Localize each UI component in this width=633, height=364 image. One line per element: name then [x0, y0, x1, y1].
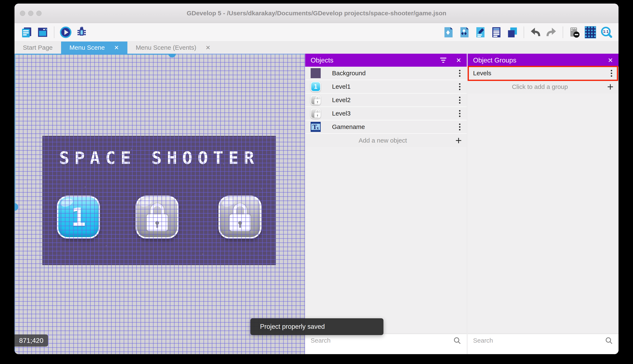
tab-bar: Start Page Menu Scene ✕ Menu Scene (Even…: [15, 42, 618, 54]
gdevelop-window: GDevelop 5 - /Users/dkarakay/Documents/G…: [15, 4, 618, 354]
window-title: GDevelop 5 - /Users/dkarakay/Documents/G…: [187, 10, 446, 17]
svg-text:1:1: 1:1: [603, 30, 608, 34]
objects-search-input[interactable]: [311, 337, 453, 344]
tab-label: Start Page: [23, 44, 53, 51]
window-mask-icon[interactable]: [568, 26, 581, 39]
grid-icon[interactable]: [584, 26, 597, 39]
level2-thumbnail: [311, 95, 321, 105]
object-row-level1[interactable]: 1 Level1: [305, 80, 467, 94]
object-row-background[interactable]: Background: [305, 67, 467, 80]
panel-footer: [468, 347, 618, 354]
row-menu-icon[interactable]: [458, 68, 462, 78]
titlebar: GDevelop 5 - /Users/dkarakay/Documents/G…: [15, 4, 618, 23]
level1-button-object[interactable]: 1: [57, 196, 100, 238]
open-scene-window-icon[interactable]: [36, 26, 49, 39]
debug-icon[interactable]: [75, 26, 88, 39]
redo-icon[interactable]: [545, 26, 558, 39]
object-groups-panel-icon[interactable]: [458, 26, 471, 39]
toolbar-divider: [524, 26, 524, 38]
object-row-level2[interactable]: Level2: [305, 94, 467, 107]
main-area: SPACE SHOOTER 1 87: [15, 54, 618, 354]
object-row-level3[interactable]: Level3: [305, 107, 467, 120]
add-group-row[interactable]: Click to add a group +: [468, 80, 618, 94]
lock-icon: [230, 204, 251, 231]
close-panel-icon[interactable]: ✕: [456, 56, 461, 64]
close-tab-icon[interactable]: ✕: [114, 44, 119, 51]
objects-list: Background 1 Level1 Level2: [305, 67, 467, 334]
layers-panel-icon[interactable]: [506, 26, 519, 39]
toolbar-right-group: 1:1: [442, 26, 613, 39]
toolbar-divider: [563, 26, 563, 38]
filter-icon[interactable]: [440, 58, 446, 63]
toolbar: 1:1: [15, 23, 618, 42]
minimize-window-button[interactable]: [28, 11, 33, 16]
gamename-thumbnail: Tx: [311, 122, 321, 132]
row-menu-icon[interactable]: [458, 122, 462, 132]
object-groups-panel-header: Object Groups ✕: [468, 54, 618, 67]
close-tab-icon[interactable]: ✕: [205, 44, 210, 51]
panel-title: Object Groups: [473, 56, 516, 64]
level1-thumbnail: 1: [311, 82, 321, 92]
save-toast: Project properly saved: [250, 318, 384, 335]
game-scene-preview[interactable]: SPACE SHOOTER 1: [42, 136, 276, 265]
row-menu-icon[interactable]: [458, 82, 462, 92]
toolbar-left-group: [20, 26, 88, 39]
traffic-lights: [20, 4, 42, 23]
toast-message: Project properly saved: [260, 323, 325, 330]
plus-icon[interactable]: +: [607, 81, 613, 92]
groups-list: Levels Click to add a group +: [468, 67, 618, 334]
instances-list-panel-icon[interactable]: [490, 26, 503, 39]
level2-button-object[interactable]: [136, 196, 179, 238]
objects-panel: Objects ✕ Background 1 Level1: [305, 54, 467, 354]
close-window-button[interactable]: [20, 11, 25, 16]
search-icon: [453, 336, 461, 345]
project-manager-icon[interactable]: [20, 26, 33, 39]
objects-search-row: [305, 334, 467, 347]
play-preview-icon[interactable]: [59, 26, 72, 39]
properties-panel-icon[interactable]: [474, 26, 487, 39]
level3-button-object[interactable]: [218, 196, 261, 238]
plus-icon[interactable]: +: [455, 135, 462, 146]
scene-editor-canvas[interactable]: SPACE SHOOTER 1 87: [15, 54, 305, 354]
panel-title: Objects: [311, 56, 333, 64]
scene-stars: [43, 136, 44, 137]
tab-start-page[interactable]: Start Page: [15, 42, 61, 54]
row-menu-icon[interactable]: [609, 68, 613, 78]
add-new-object-row[interactable]: Add a new object +: [305, 134, 467, 147]
row-menu-icon[interactable]: [458, 109, 462, 118]
tab-menu-scene[interactable]: Menu Scene ✕: [61, 42, 127, 54]
undo-icon[interactable]: [529, 26, 542, 39]
close-panel-icon[interactable]: ✕: [608, 56, 613, 64]
object-groups-panel: Object Groups ✕ Levels Click to add a gr…: [468, 54, 618, 354]
groups-search-input[interactable]: [473, 337, 605, 344]
level3-thumbnail: [311, 108, 321, 118]
objects-panel-icon[interactable]: [442, 26, 455, 39]
selection-top-edge: [15, 54, 305, 55]
tab-menu-scene-events[interactable]: Menu Scene (Events) ✕: [127, 42, 219, 54]
group-row-levels[interactable]: Levels: [468, 67, 618, 80]
object-row-gamename[interactable]: Tx Gamename: [305, 120, 467, 134]
tab-label: Menu Scene: [70, 44, 105, 51]
tab-label: Menu Scene (Events): [136, 44, 196, 51]
panel-footer: [305, 347, 467, 354]
row-menu-icon[interactable]: [458, 96, 462, 105]
cursor-coordinates-badge: 871;420: [15, 334, 48, 346]
background-thumbnail: [311, 68, 321, 78]
zoom-window-button[interactable]: [36, 11, 42, 16]
selection-handle-left[interactable]: [15, 203, 18, 211]
toolbar-divider: [54, 26, 54, 38]
selection-handle-top[interactable]: [168, 54, 176, 58]
search-icon: [605, 336, 613, 345]
game-title-text[interactable]: SPACE SHOOTER: [43, 148, 275, 168]
lock-icon: [147, 204, 168, 231]
objects-panel-header: Objects ✕: [305, 54, 467, 67]
zoom-1-1-icon[interactable]: 1:1: [600, 26, 613, 39]
groups-search-row: [468, 334, 618, 347]
